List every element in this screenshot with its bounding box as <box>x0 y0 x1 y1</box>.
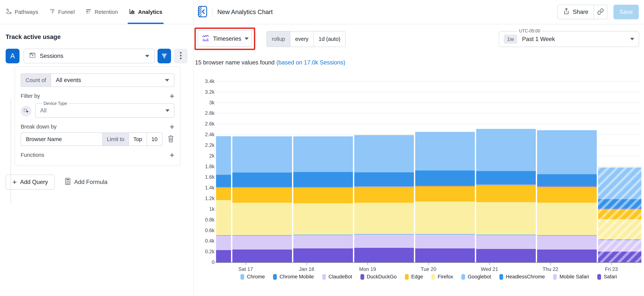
legend-item[interactable]: Chrome <box>240 274 265 280</box>
bar-segment[interactable] <box>476 171 536 185</box>
bar-segment[interactable] <box>354 248 414 262</box>
bar-segment[interactable] <box>415 186 475 186</box>
device-type-dropdown[interactable]: Device Type All <box>35 101 174 118</box>
bar-segment[interactable] <box>415 186 475 186</box>
filter-toggle-button[interactable] <box>158 49 171 63</box>
legend-item[interactable]: Firefox <box>431 274 453 280</box>
bar-segment[interactable] <box>415 170 475 186</box>
bar-segment[interactable] <box>476 185 536 202</box>
bar-segment[interactable] <box>293 203 353 235</box>
bar-segment[interactable] <box>216 250 231 262</box>
bar-segment[interactable] <box>232 236 292 250</box>
bar-segment[interactable] <box>216 235 231 235</box>
bar-segment[interactable] <box>293 235 353 248</box>
bar-segment[interactable] <box>537 187 597 203</box>
bar-segment[interactable] <box>476 235 536 235</box>
bar-segment[interactable] <box>232 235 292 235</box>
bar-segment[interactable] <box>537 174 597 186</box>
bar-segment[interactable] <box>293 188 353 203</box>
bar-segment[interactable] <box>415 202 475 234</box>
bar-segment[interactable] <box>537 203 597 235</box>
add-breakdown-button[interactable]: + <box>170 124 174 130</box>
bar-segment[interactable] <box>476 129 536 171</box>
bar-segment[interactable] <box>232 236 292 236</box>
legend-item[interactable]: Mobile Safari <box>553 274 589 280</box>
bar-segment[interactable] <box>476 235 536 249</box>
event-type-dropdown[interactable]: All events <box>51 73 174 87</box>
add-formula-button[interactable]: Add Formula <box>64 178 108 187</box>
bar-segment[interactable] <box>216 236 231 250</box>
legend-item[interactable]: Chrome Mobile <box>273 274 314 280</box>
remove-breakdown-button[interactable] <box>167 135 174 143</box>
bar-segment[interactable] <box>232 188 292 203</box>
legend-item[interactable]: DuckDuckGo <box>360 274 397 280</box>
bar-segment[interactable] <box>216 175 231 187</box>
bar-segment[interactable] <box>415 248 475 262</box>
bar-segment[interactable] <box>415 132 475 170</box>
bar-segment[interactable] <box>476 249 536 262</box>
bar-segment[interactable] <box>415 234 475 234</box>
bar-segment[interactable] <box>476 185 536 185</box>
add-query-button[interactable]: + Add Query <box>6 175 55 190</box>
bar-segment[interactable] <box>354 234 414 235</box>
bar-segment[interactable] <box>232 188 292 188</box>
bar-segment[interactable] <box>293 248 353 262</box>
bar-segment[interactable] <box>476 185 536 185</box>
bar-segment[interactable] <box>216 136 231 175</box>
bar-segment[interactable] <box>216 236 231 236</box>
breakdown-property[interactable]: Browser Name <box>21 133 102 146</box>
bar-segment[interactable] <box>216 187 231 187</box>
bar-segment[interactable] <box>293 235 353 235</box>
bar-segment[interactable] <box>354 203 414 234</box>
bar-segment[interactable] <box>415 235 475 248</box>
bar-segment[interactable] <box>232 250 292 262</box>
tab-pathways[interactable]: Pathways <box>6 0 38 24</box>
tab-funnel[interactable]: Funnel <box>49 0 75 24</box>
legend-item[interactable]: ClaudeBot <box>322 274 352 280</box>
legend-item[interactable]: Googlebot <box>461 274 491 280</box>
tab-retention[interactable]: Retention <box>86 0 118 24</box>
bar-segment[interactable] <box>415 234 475 235</box>
bar-segment[interactable] <box>354 135 414 172</box>
add-filter-button[interactable]: + <box>170 93 174 99</box>
bar-segment[interactable] <box>293 172 353 187</box>
bar-segment[interactable] <box>232 203 292 235</box>
bar-segment[interactable] <box>354 187 414 203</box>
bar-segment[interactable] <box>537 130 597 174</box>
bar-segment[interactable] <box>354 186 414 187</box>
bar-segment[interactable] <box>537 186 597 187</box>
bar-segment[interactable] <box>293 235 353 235</box>
bar-segment[interactable] <box>293 136 353 172</box>
bar-segment[interactable] <box>232 187 292 187</box>
bar-segment[interactable] <box>354 234 414 234</box>
bar-segment[interactable] <box>537 236 597 250</box>
bar-segment[interactable] <box>216 200 231 235</box>
add-function-button[interactable]: + <box>170 152 174 158</box>
event-dropdown[interactable]: Sessions <box>24 49 154 63</box>
bar-segment[interactable] <box>293 188 353 188</box>
legend-item[interactable]: HeadlessChrome <box>500 274 545 280</box>
bar-segment[interactable] <box>232 173 292 187</box>
bar-segment[interactable] <box>415 186 475 202</box>
limit-type-select[interactable]: Top <box>129 133 147 146</box>
bar-segment[interactable] <box>476 235 536 235</box>
tab-analytics[interactable]: Analytics <box>129 0 162 24</box>
bar-segment[interactable] <box>537 235 597 235</box>
bar-segment[interactable] <box>537 250 597 262</box>
limit-count-input[interactable]: 10 <box>147 133 162 146</box>
bar-segment[interactable] <box>537 236 597 236</box>
bar-segment[interactable] <box>216 188 231 200</box>
bar-segment[interactable] <box>354 172 414 186</box>
limit-to-chip[interactable]: Limit to <box>102 133 129 146</box>
legend-item[interactable]: Safari <box>597 274 617 280</box>
bar-segment[interactable] <box>293 187 353 187</box>
bar-segment[interactable] <box>354 235 414 248</box>
legend-item[interactable]: Edge <box>405 274 423 280</box>
y-axis-tick-label: 1.4k <box>194 185 214 191</box>
bar-segment[interactable] <box>216 188 231 188</box>
aggregation-chip[interactable]: Count of <box>21 73 51 87</box>
bar-segment[interactable] <box>476 202 536 235</box>
query-options-menu-button[interactable] <box>174 49 188 63</box>
bar-segment[interactable] <box>232 136 292 173</box>
query-letter-badge[interactable]: A <box>6 49 20 63</box>
